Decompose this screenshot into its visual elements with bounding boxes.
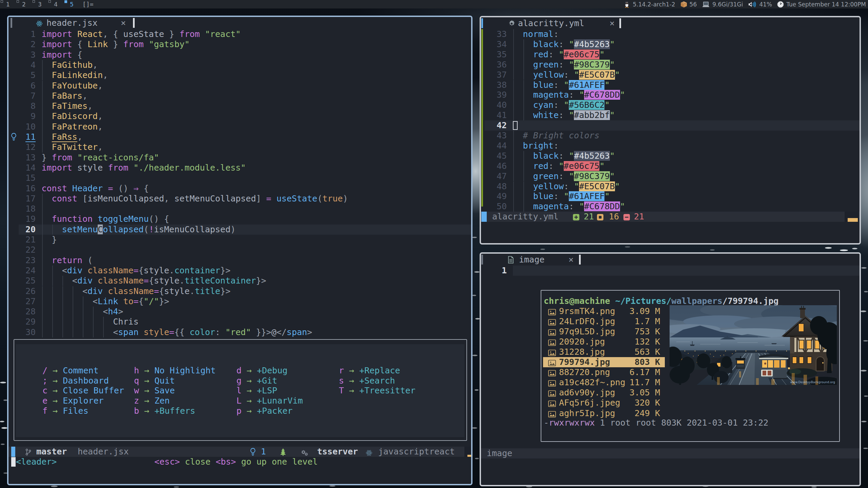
line-number: 3 (8, 50, 36, 60)
diff-removed-icon-slot (623, 213, 630, 223)
line-number: 6 (8, 81, 36, 91)
key: e (42, 396, 47, 406)
workspace-tag-4[interactable]: 4 (48, 0, 64, 8)
file-row-ad6v90y.jpg[interactable]: ad6v90y.jpg3.05 M (541, 388, 839, 398)
statusline-filename: header.jsx (78, 447, 129, 457)
status-laptop: 9.6Gi/31Gi (702, 1, 743, 8)
cmdline-cursor (11, 457, 16, 467)
tag-label: 5 (70, 1, 74, 8)
code-editor[interactable]: 33 normal:34 black: "#4b5263"35 red: "#e… (481, 17, 860, 243)
workspace-tag-3[interactable]: 3 (32, 0, 48, 8)
lightbulb-icon (250, 448, 256, 456)
indent-guide (42, 204, 43, 214)
whichkey-binding-w: w → Save (134, 386, 216, 396)
code-line: 17 const [isMenuCollapsed, setMenuCollap… (8, 194, 471, 204)
code-line: 8 FaTimes, (8, 101, 471, 111)
whichkey-binding-q: q → Quit (134, 376, 216, 386)
indent-guide (42, 245, 43, 255)
whichkey-hint: <esc> close <bs> go up one level (154, 457, 318, 467)
code-text: black: "#4b5263" (513, 151, 615, 161)
code-text: green: "#98C379" (513, 60, 615, 70)
code-text: function toggleMenu() { (42, 214, 169, 224)
code-line: 3import { (8, 50, 471, 60)
code-line: 30 <span style={{ color: "red" }}>@</spa… (8, 327, 471, 337)
lsp-cogs-icon (300, 449, 308, 456)
filetype-name: javascriptreact (378, 447, 455, 457)
line-number: 24 (8, 266, 36, 276)
workspace-tag-5[interactable]: 5 (64, 0, 80, 8)
code-line: 14import style from "./header.module.les… (8, 163, 471, 173)
penguin-icon (623, 1, 630, 8)
whichkey-binding-e: e → Explorer (42, 396, 124, 406)
file-size: 3.05 M (541, 388, 660, 398)
whichkey-column: r → +Replaces → +SearchT → +Treesitter (339, 366, 416, 396)
code-line: 33 normal: (481, 29, 860, 39)
file-row-AFq5r6j.jpeg[interactable]: AFq5r6j.jpeg320 K (541, 398, 839, 408)
line-number: 37 (481, 70, 507, 80)
line-number: 26 (8, 286, 36, 296)
key: s (339, 376, 344, 386)
close-icon[interactable]: × (568, 254, 574, 265)
line-number: 21 (8, 235, 36, 245)
line-number: 33 (481, 29, 507, 39)
code-text: red: "#e06c75" (513, 161, 605, 171)
line-number: 12 (8, 142, 36, 152)
code-line: 22 (8, 245, 471, 255)
arrow-icon: → (47, 386, 63, 395)
line-number: 23 (8, 255, 36, 266)
command-line[interactable]: <leader> <esc> close <bs> go up one leve… (8, 457, 471, 467)
code-line: 48 yellow: "#E5C07B" (481, 181, 860, 192)
workspace-tag-1[interactable]: 1 (0, 0, 16, 8)
code-line: 19 function toggleMenu() { (8, 214, 471, 224)
whichkey-binding-z: z → Zen (134, 396, 216, 406)
arrow-icon: → (344, 366, 359, 375)
code-text: magenta: "#C678DD" (513, 201, 625, 212)
code-text: } (42, 235, 57, 245)
image-preview: www.DesktopBackground.org (670, 305, 837, 385)
code-line: 39 magenta: "#C678DD" (481, 90, 860, 100)
code-line: 21 } (8, 235, 471, 245)
code-line: 1import React, { useState } from "react" (8, 29, 471, 39)
window-header-jsx: header.jsx × 1import React, { useState }… (7, 16, 472, 485)
code-text: FaYoutube, (42, 81, 103, 91)
picker-path: chris@machine ~/Pictures/wallpapers/7997… (544, 296, 778, 306)
path-dir: wallpapers (671, 296, 722, 306)
file-row-aghr5Ip.jpg[interactable]: aghr5Ip.jpg249 K (541, 408, 839, 418)
status-text: 56 (690, 1, 697, 8)
whichkey-binding-g: g → +Git (236, 376, 303, 386)
tabline-cursor (579, 255, 581, 265)
binding-label: No Highlight (154, 366, 216, 375)
code-action-sign[interactable] (11, 133, 17, 143)
layout-indicator[interactable]: []= (82, 0, 94, 8)
line-number: 41 (481, 110, 507, 120)
line-number: 25 (8, 276, 36, 286)
line-number: 39 (481, 90, 507, 100)
key: d (236, 366, 242, 375)
line-number: 45 (481, 151, 507, 161)
code-line: 20 setMenuCollapsed(!isMenuCollapsed) (8, 225, 471, 235)
tag-occupied-square (33, 0, 35, 3)
code-text: setMenuCollapsed(!isMenuCollapsed) (42, 225, 236, 235)
statusline-filename: image (487, 448, 512, 458)
whichkey-binding-f: f → Files (42, 406, 124, 416)
line-number: 50 (481, 201, 507, 212)
binding-label: Zen (154, 396, 170, 406)
key: p (236, 406, 242, 416)
code-line: 18 (8, 204, 471, 214)
git-branch-name: master (36, 447, 67, 457)
code-line: 42 (481, 120, 860, 131)
tab-image[interactable]: image (519, 254, 544, 265)
code-line: 15 (8, 173, 471, 183)
status-text: 5.14.2-arch1-2 (633, 1, 675, 8)
arrow-icon: → (139, 386, 154, 395)
tag-occupied-square (49, 0, 51, 3)
code-text: red: "#e06c75" (513, 50, 605, 60)
code-line: 28 <h4> (8, 307, 471, 317)
code-text: const [isMenuCollapsed, setMenuCollapsed… (42, 194, 348, 204)
code-text: black: "#4b5263" (513, 39, 615, 50)
workspace-tag-2[interactable]: 2 (16, 0, 32, 8)
perm-bits: rwxrwxrwx (549, 418, 595, 428)
code-text: import { Link } from "gatsby" (42, 39, 190, 50)
code-text: <Link to={"/"}> (42, 296, 169, 307)
whichkey-column: d → +Debugg → +Gitl → +LSPL → +LunarVimp… (236, 366, 303, 416)
